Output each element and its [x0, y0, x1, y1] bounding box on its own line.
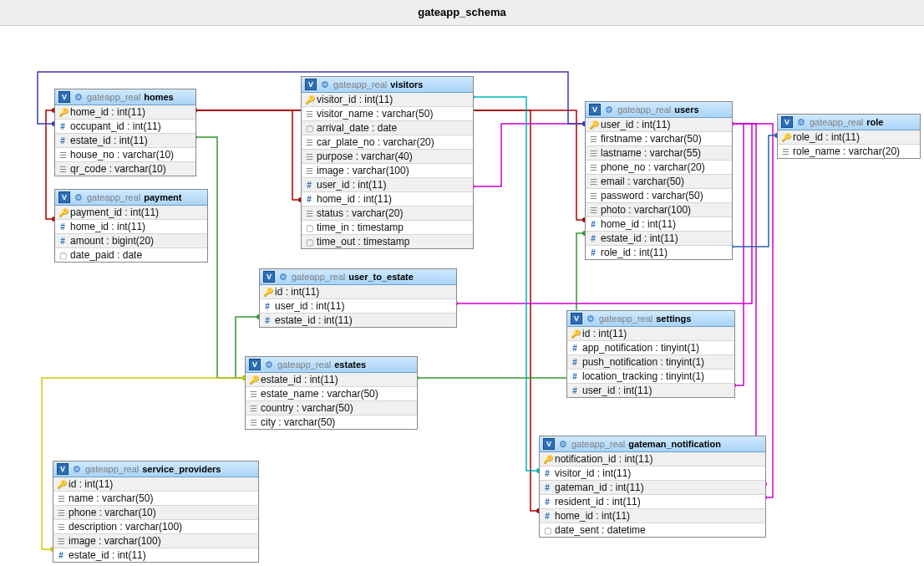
table-user_to_estate[interactable]: V⚙gateapp_realuser_to_estate🔑id : int(11… [259, 268, 457, 328]
table-header[interactable]: V⚙gateapp_realvisitors [302, 77, 473, 93]
column-row[interactable]: ☰estate_name : varchar(50) [246, 386, 417, 400]
column-row[interactable]: #home_id : int(11) [540, 508, 765, 523]
column-name: email : varchar(50) [601, 176, 684, 187]
column-row[interactable]: ☰city : varchar(50) [246, 415, 417, 429]
table-header[interactable]: V⚙gateapp_realservice_providers [53, 461, 258, 477]
column-row[interactable]: ▢arrival_date : date [302, 120, 473, 135]
column-row[interactable]: ▢time_out : timestamp [302, 234, 473, 248]
column-row[interactable]: ☰lastname : varchar(55) [586, 145, 732, 160]
column-row[interactable]: #resident_id : int(11) [540, 494, 765, 508]
column-row[interactable]: #amount : bigint(20) [55, 233, 207, 247]
column-row[interactable]: 🔑notification_id : int(11) [540, 452, 765, 466]
column-row[interactable]: ☰photo : varchar(100) [586, 202, 732, 217]
column-row[interactable]: #user_id : int(11) [567, 383, 734, 397]
column-row[interactable]: ▢time_in : timestamp [302, 220, 473, 234]
column-row[interactable]: #estate_id : int(11) [586, 231, 732, 245]
table-gateman_notification[interactable]: V⚙gateapp_realgateman_notification🔑notif… [539, 436, 766, 538]
date-icon: ▢ [543, 526, 551, 535]
table-service_providers[interactable]: V⚙gateapp_realservice_providers🔑id : int… [53, 461, 259, 563]
column-row[interactable]: 🔑id : int(11) [53, 477, 258, 491]
table-header[interactable]: V⚙gateapp_realusers [586, 102, 732, 118]
gear-icon[interactable]: ⚙ [558, 439, 568, 449]
table-header[interactable]: V⚙gateapp_realestates [246, 357, 417, 373]
column-row[interactable]: 🔑role_id : int(11) [778, 130, 920, 144]
gear-icon[interactable]: ⚙ [320, 79, 330, 89]
column-row[interactable]: ☰phone : varchar(10) [53, 505, 258, 519]
gear-icon[interactable]: ⚙ [74, 92, 84, 102]
column-row[interactable]: ☰qr_code : varchar(10) [55, 161, 195, 176]
column-row[interactable]: ☰firstname : varchar(50) [586, 131, 732, 145]
table-header[interactable]: V⚙gateapp_realhomes [55, 89, 195, 105]
column-row[interactable]: #home_id : int(11) [586, 217, 732, 231]
column-row[interactable]: #role_id : int(11) [586, 245, 732, 259]
column-row[interactable]: #gateman_id : int(11) [540, 480, 765, 494]
column-row[interactable]: ☰house_no : varchar(10) [55, 147, 195, 161]
gear-icon[interactable]: ⚙ [604, 105, 614, 115]
table-header[interactable]: V⚙gateapp_realsettings [567, 311, 734, 327]
column-row[interactable]: ▢date_paid : date [55, 247, 207, 262]
column-row[interactable]: 🔑id : int(11) [260, 285, 456, 298]
column-row[interactable]: #app_notification : tinyint(1) [567, 340, 734, 354]
column-row[interactable]: ☰country : varchar(50) [246, 400, 417, 415]
column-row[interactable]: ▢date_sent : datetime [540, 523, 765, 537]
column-row[interactable]: ☰email : varchar(50) [586, 174, 732, 188]
column-row[interactable]: #visitor_id : int(11) [540, 466, 765, 480]
column-row[interactable]: #location_tracking : tinyint(1) [567, 369, 734, 383]
gear-icon[interactable]: ⚙ [796, 117, 806, 127]
column-row[interactable]: ☰password : varchar(50) [586, 188, 732, 202]
gear-icon[interactable]: ⚙ [72, 464, 82, 474]
text-icon: ☰ [589, 191, 597, 201]
gear-icon[interactable]: ⚙ [586, 314, 596, 324]
column-row[interactable]: #estate_id : int(11) [55, 133, 195, 147]
column-row[interactable]: #home_id : int(11) [302, 191, 473, 206]
column-name: phone_no : varchar(20) [601, 161, 705, 173]
table-settings[interactable]: V⚙gateapp_realsettings🔑id : int(11)#app_… [566, 310, 735, 398]
text-icon: ☰ [57, 494, 65, 503]
table-visitors[interactable]: V⚙gateapp_realvisitors🔑visitor_id : int(… [301, 76, 474, 249]
column-row[interactable]: #estate_id : int(11) [53, 548, 258, 562]
table-name: payment [144, 192, 181, 202]
column-row[interactable]: ☰purpose : varchar(40) [302, 149, 473, 163]
column-name: visitor_name : varchar(50) [317, 108, 433, 120]
column-row[interactable]: ☰image : varchar(100) [302, 163, 473, 177]
column-row[interactable]: #user_id : int(11) [302, 177, 473, 191]
hash-icon: # [589, 234, 597, 243]
table-payment[interactable]: V⚙gateapp_realpayment🔑payment_id : int(1… [54, 189, 208, 263]
column-row[interactable]: ☰name : varchar(50) [53, 491, 258, 505]
db-prefix: gateapp_real [85, 464, 139, 474]
column-row[interactable]: #estate_id : int(11) [260, 313, 456, 327]
column-row[interactable]: 🔑estate_id : int(11) [246, 373, 417, 386]
column-row[interactable]: ☰visitor_name : varchar(50) [302, 106, 473, 120]
column-name: arrival_date : date [317, 122, 397, 134]
column-row[interactable]: 🔑home_id : int(11) [55, 105, 195, 119]
column-row[interactable]: #occupant_id : int(11) [55, 119, 195, 133]
gear-icon[interactable]: ⚙ [264, 359, 274, 370]
column-row[interactable]: 🔑id : int(11) [567, 327, 734, 340]
table-name: visitors [390, 79, 423, 89]
column-row[interactable]: #push_notification : tinyint(1) [567, 354, 734, 369]
table-header[interactable]: V⚙gateapp_realuser_to_estate [260, 269, 456, 285]
table-estates[interactable]: V⚙gateapp_realestates🔑estate_id : int(11… [245, 356, 418, 430]
table-name: gateman_notification [628, 439, 721, 449]
column-row[interactable]: ☰image : varchar(100) [53, 533, 258, 548]
table-header[interactable]: V⚙gateapp_realrole [778, 115, 920, 130]
gear-icon[interactable]: ⚙ [278, 272, 288, 282]
table-users[interactable]: V⚙gateapp_realusers🔑user_id : int(11)☰fi… [585, 101, 733, 260]
column-row[interactable]: ☰role_name : varchar(20) [778, 144, 920, 158]
table-role[interactable]: V⚙gateapp_realrole🔑role_id : int(11)☰rol… [777, 114, 921, 159]
column-row[interactable]: ☰car_plate_no : varchar(20) [302, 135, 473, 149]
relation-line [46, 110, 54, 219]
column-row[interactable]: ☰status : varchar(20) [302, 206, 473, 220]
table-homes[interactable]: V⚙gateapp_realhomes🔑home_id : int(11)#oc… [54, 89, 196, 176]
column-row[interactable]: 🔑visitor_id : int(11) [302, 93, 473, 106]
column-row[interactable]: #user_id : int(11) [260, 298, 456, 313]
column-row[interactable]: ☰phone_no : varchar(20) [586, 160, 732, 174]
column-row[interactable]: 🔑payment_id : int(11) [55, 206, 207, 219]
table-header[interactable]: V⚙gateapp_realgateman_notification [540, 436, 765, 452]
column-row[interactable]: 🔑user_id : int(11) [586, 118, 732, 131]
gear-icon[interactable]: ⚙ [74, 192, 84, 202]
table-header[interactable]: V⚙gateapp_realpayment [55, 190, 207, 206]
date-icon: ▢ [305, 124, 313, 133]
column-row[interactable]: #home_id : int(11) [55, 219, 207, 233]
column-row[interactable]: ☰description : varchar(100) [53, 519, 258, 533]
